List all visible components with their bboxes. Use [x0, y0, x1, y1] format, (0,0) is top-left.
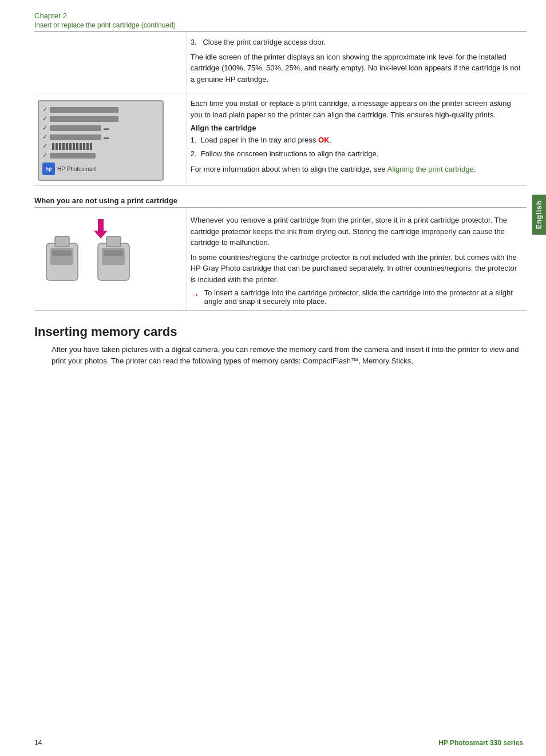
bar-1 — [50, 107, 118, 113]
logo-text: HP Photosmart — [57, 166, 96, 172]
svg-rect-6 — [104, 250, 123, 256]
svg-marker-8 — [94, 219, 108, 239]
ink-bar-3 — [59, 143, 61, 150]
side-tab: English — [532, 195, 546, 235]
content-table: 3. Close the print cartridge access door… — [34, 31, 527, 186]
side-tab-label: English — [535, 200, 543, 229]
when-content-table: Whenever you remove a print cartridge fr… — [34, 208, 527, 311]
when-arrow-bullet: → To insert a cartridge into the cartrid… — [191, 288, 523, 306]
ink-bars — [52, 143, 93, 150]
arrow-icon: → — [191, 288, 200, 301]
right-cell-1: 3. Close the print cartridge access door… — [187, 32, 527, 93]
when-heading: When you are not using a print cartridge — [34, 196, 527, 205]
left-cell-2: ✓ ✓ ✓ ▬ ✓ — [34, 93, 187, 186]
step-2-text: Follow the onscreen instructions to alig… — [201, 148, 379, 160]
bar-6 — [50, 153, 96, 159]
check-1: ✓ — [42, 106, 48, 113]
ink-bar-12 — [90, 143, 92, 150]
align-footer: For more information about when to align… — [191, 164, 523, 175]
bar-3 — [50, 125, 101, 131]
bar-2 — [50, 116, 118, 122]
check-6: ✓ — [42, 152, 48, 159]
svg-rect-3 — [55, 236, 69, 247]
screen-row-2: ✓ — [42, 115, 159, 122]
ink-bar-4 — [62, 143, 65, 150]
step-3-line: 3. Close the print cartridge access door… — [191, 37, 523, 48]
memory-heading: Inserting memory cards — [34, 324, 546, 339]
bar-4 — [50, 134, 101, 140]
screen-row-4: ✓ ▬ — [42, 133, 159, 141]
screen-row-5: ✓ — [42, 143, 159, 150]
when-section: When you are not using a print cartridge — [34, 196, 527, 208]
when-para2: In some countries/regions the cartridge … — [191, 252, 523, 286]
check-2: ✓ — [42, 115, 48, 122]
chapter-label: Chapter 2 — [34, 11, 546, 20]
hp-logo: hp — [42, 163, 55, 175]
icon-shape-2: ▬ — [104, 134, 109, 140]
ink-bar-1 — [52, 143, 54, 150]
memory-body: After you have taken pictures with a dig… — [52, 344, 523, 367]
left-cell-1 — [34, 32, 187, 93]
section-header: Insert or replace the print cartridge (c… — [34, 21, 527, 31]
ink-bar-6 — [69, 143, 72, 150]
step-num-2: 2. — [191, 148, 201, 160]
screen-row-3: ✓ ▬ — [42, 124, 159, 132]
when-left-cell — [34, 208, 187, 311]
align-step-2: 2. Follow the onscreen instructions to a… — [191, 148, 523, 160]
step-num-1: 1. — [191, 134, 201, 146]
check-5: ✓ — [42, 143, 48, 150]
table-row: 3. Close the print cartridge access door… — [34, 32, 527, 93]
when-arrow-text: To insert a cartridge into the cartridge… — [204, 288, 523, 306]
ink-bar-8 — [76, 143, 78, 150]
page-footer: 14 HP Photosmart 330 series — [34, 739, 523, 747]
check-4: ✓ — [42, 133, 48, 141]
footer-product: HP Photosmart 330 series — [438, 739, 523, 747]
when-right-cell: Whenever you remove a print cartridge fr… — [187, 208, 527, 311]
step-1-text: Load paper in the In tray and press OK. — [201, 134, 331, 146]
printer-screen: ✓ ✓ ✓ ▬ ✓ — [38, 100, 164, 181]
screen-row-1: ✓ — [42, 106, 159, 113]
align-steps: 1. Load paper in the In tray and press O… — [191, 134, 523, 159]
cartridge-svg — [38, 215, 152, 289]
align-footer-link[interactable]: Aligning the print cartridge — [387, 165, 474, 173]
check-3: ✓ — [42, 124, 48, 132]
table-row-2: ✓ ✓ ✓ ▬ ✓ — [34, 93, 527, 186]
align-heading: Align the cartridge — [191, 124, 523, 132]
svg-rect-2 — [52, 250, 72, 256]
ink-bar-2 — [56, 143, 58, 150]
ink-bar-9 — [80, 143, 82, 150]
step-3-num: 3. — [191, 38, 201, 46]
screen-logo-row: hp HP Photosmart — [42, 163, 159, 175]
align-step-1: 1. Load paper in the In tray and press O… — [191, 134, 523, 146]
screen-row-6: ✓ — [42, 152, 159, 159]
ink-bar-10 — [83, 143, 85, 150]
page-container: English Chapter 2 Insert or replace the … — [0, 0, 546, 756]
align-intro: Each time you install or replace a print… — [191, 98, 523, 120]
ok-link[interactable]: OK — [318, 136, 330, 144]
ink-bar-5 — [66, 143, 68, 150]
svg-rect-7 — [106, 236, 121, 247]
step-3-body: The idle screen of the printer displays … — [191, 52, 523, 85]
cartridge-illustration — [38, 215, 152, 289]
icon-shape: ▬ — [104, 125, 109, 131]
when-para1: Whenever you remove a print cartridge fr… — [191, 215, 523, 248]
ink-bar-7 — [73, 143, 75, 150]
footer-page-num: 14 — [34, 739, 42, 747]
when-table-row: Whenever you remove a print cartridge fr… — [34, 208, 527, 311]
right-cell-2: Each time you install or replace a print… — [187, 93, 527, 186]
ink-bar-11 — [86, 143, 89, 150]
